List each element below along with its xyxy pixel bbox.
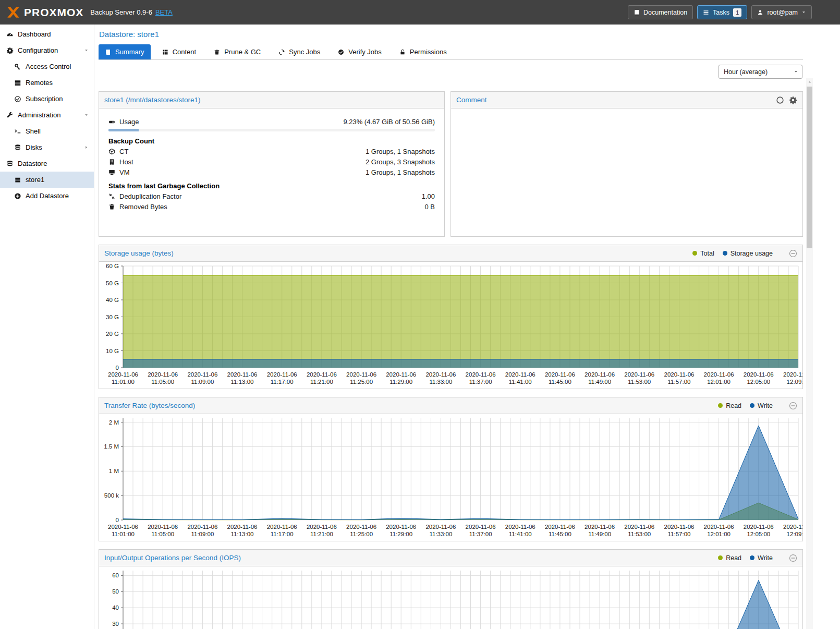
- legend-item-read[interactable]: Read: [718, 554, 741, 562]
- panel-title: Input/Output Operations per Second (IOPS…: [104, 554, 241, 562]
- svg-text:2020-11-06: 2020-11-06: [505, 524, 535, 530]
- sidebar-item-store1[interactable]: store1: [0, 172, 94, 188]
- svg-text:11:41:00: 11:41:00: [509, 379, 532, 385]
- legend-item-storage-usage[interactable]: Storage usage: [723, 250, 773, 257]
- sidebar-item-administration[interactable]: Administration: [0, 107, 94, 123]
- svg-text:2020-11-06: 2020-11-06: [704, 524, 734, 530]
- sidebar-item-label: Access Control: [26, 63, 71, 70]
- svg-text:11:29:00: 11:29:00: [389, 379, 412, 385]
- svg-text:11:33:00: 11:33:00: [429, 379, 452, 385]
- time-range-value: Hour (average): [724, 68, 768, 76]
- vm-count-row: VM 1 Groups, 1 Snapshots: [108, 168, 435, 176]
- book-icon: [634, 9, 640, 16]
- gear-icon: [6, 47, 14, 54]
- tab-permissions[interactable]: Permissions: [393, 44, 453, 59]
- tasks-label: Tasks: [713, 9, 729, 16]
- sidebar-item-dashboard[interactable]: Dashboard: [0, 26, 94, 42]
- subscription-icon: [14, 95, 21, 103]
- sidebar-item-label: Configuration: [18, 46, 58, 54]
- svg-text:11:53:00: 11:53:00: [628, 531, 651, 537]
- panel-title: Transfer Rate (bytes/second): [104, 402, 195, 409]
- chevron-down-icon[interactable]: [84, 48, 89, 53]
- svg-text:2020-11-06: 2020-11-06: [466, 524, 496, 530]
- sidebar-item-subscription[interactable]: Subscription: [0, 91, 94, 107]
- svg-text:2020-11-06: 2020-11-06: [664, 524, 695, 530]
- svg-text:12:05:00: 12:05:00: [747, 531, 770, 537]
- svg-text:40 G: 40 G: [106, 297, 119, 303]
- time-range-select[interactable]: Hour (average): [719, 65, 802, 79]
- sidebar-item-add-datastore[interactable]: Add Datastore: [0, 188, 94, 204]
- svg-text:2020-11-06: 2020-11-06: [545, 371, 575, 378]
- user-menu-button[interactable]: root@pam: [751, 5, 812, 19]
- row-label: Deduplication Factor: [119, 192, 181, 200]
- circle-icon[interactable]: [776, 96, 784, 104]
- svg-text:2020-11-06: 2020-11-06: [783, 371, 802, 378]
- svg-text:11:09:00: 11:09:00: [191, 531, 214, 537]
- svg-text:30: 30: [112, 621, 119, 627]
- scrollbar[interactable]: [806, 78, 813, 629]
- tab-summary[interactable]: Summary: [99, 44, 151, 59]
- row-label: CT: [119, 148, 128, 155]
- sidebar-item-remotes[interactable]: Remotes: [0, 75, 94, 91]
- scroll-up-arrow-icon[interactable]: [806, 78, 813, 86]
- page-title: Datastore: store1: [99, 30, 803, 39]
- datastore-summary-panel: store1 (/mnt/datastores/store1) Usage 9.…: [99, 91, 445, 237]
- desktop-icon: [108, 169, 115, 176]
- row-label: VM: [119, 168, 130, 176]
- row-value: 1.00: [422, 192, 435, 200]
- tab-sync-jobs[interactable]: Sync Jobs: [272, 44, 326, 59]
- svg-text:2020-11-06: 2020-11-06: [545, 524, 575, 530]
- sidebar-item-datastore[interactable]: Datastore: [0, 155, 94, 172]
- legend-dot: [723, 251, 727, 256]
- sidebar-item-access-control[interactable]: Access Control: [0, 58, 94, 75]
- svg-text:2020-11-06: 2020-11-06: [425, 524, 456, 530]
- svg-text:11:37:00: 11:37:00: [469, 531, 492, 537]
- chart-legend: Read Write: [718, 402, 797, 410]
- svg-text:2020-11-06: 2020-11-06: [425, 371, 456, 378]
- usage-label: Usage: [119, 118, 139, 126]
- chevron-down-icon[interactable]: [84, 113, 89, 117]
- proxmox-logo-icon: [6, 5, 20, 19]
- sidebar-item-disks[interactable]: Disks: [0, 139, 94, 155]
- svg-text:11:13:00: 11:13:00: [231, 379, 254, 385]
- transfer-rate-panel: Transfer Rate (bytes/second) Read Write: [99, 397, 803, 541]
- legend-item-read[interactable]: Read: [718, 402, 741, 409]
- svg-text:11:57:00: 11:57:00: [668, 531, 691, 537]
- tabbar: Summary Content Prune & GC Sync Jobs Ver…: [99, 44, 803, 60]
- svg-text:2020-11-06: 2020-11-06: [267, 524, 297, 530]
- tab-content[interactable]: Content: [156, 44, 203, 59]
- gear-icon[interactable]: [789, 96, 797, 104]
- sidebar-item-configuration[interactable]: Configuration: [0, 42, 94, 58]
- legend-item-write[interactable]: Write: [750, 554, 773, 562]
- svg-text:2020-11-06: 2020-11-06: [624, 371, 654, 378]
- legend-label: Write: [758, 554, 773, 562]
- beta-link[interactable]: BETA: [155, 8, 173, 16]
- svg-text:40: 40: [112, 604, 119, 611]
- building-icon: [108, 159, 115, 165]
- sidebar-item-shell[interactable]: Shell: [0, 123, 94, 139]
- svg-text:20 G: 20 G: [106, 331, 119, 337]
- legend-item-total[interactable]: Total: [692, 250, 714, 257]
- tab-verify-jobs[interactable]: Verify Jobs: [332, 44, 388, 59]
- scroll-thumb[interactable]: [807, 87, 812, 248]
- svg-text:2020-11-06: 2020-11-06: [664, 371, 695, 378]
- collapse-icon[interactable]: [789, 554, 797, 562]
- collapse-icon[interactable]: [789, 402, 797, 410]
- legend-item-write[interactable]: Write: [750, 402, 773, 409]
- legend-label: Storage usage: [731, 250, 773, 257]
- tab-prune-gc[interactable]: Prune & GC: [208, 44, 267, 59]
- database-icon: [6, 160, 14, 167]
- trash-icon: [108, 203, 115, 210]
- comment-panel: Comment: [451, 91, 803, 237]
- svg-text:2020-11-06: 2020-11-06: [783, 524, 802, 530]
- svg-text:500 k: 500 k: [104, 492, 119, 499]
- svg-text:12:01:00: 12:01:00: [707, 531, 731, 537]
- chevron-right-icon[interactable]: [84, 145, 89, 150]
- svg-text:12:05:00: 12:05:00: [747, 379, 770, 385]
- svg-text:11:25:00: 11:25:00: [350, 531, 373, 537]
- documentation-button[interactable]: Documentation: [628, 5, 693, 19]
- collapse-icon[interactable]: [789, 249, 797, 258]
- svg-text:11:17:00: 11:17:00: [271, 379, 294, 385]
- svg-text:2020-11-06: 2020-11-06: [148, 524, 178, 530]
- tasks-button[interactable]: Tasks 1: [697, 5, 747, 19]
